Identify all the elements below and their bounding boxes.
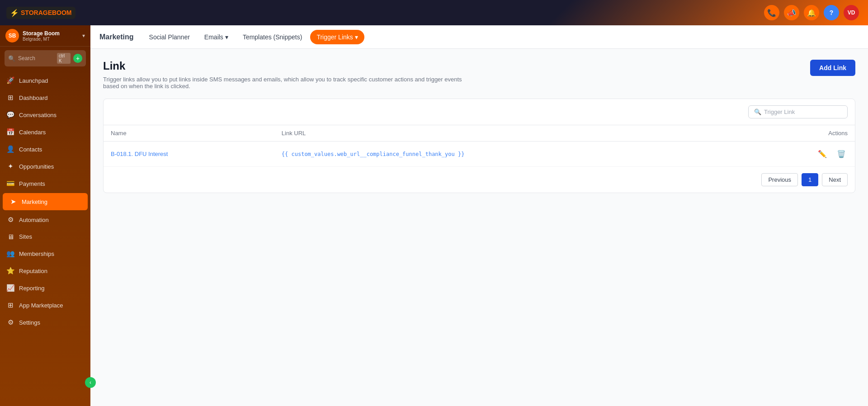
- automation-icon: ⚙: [6, 216, 14, 224]
- search-input[interactable]: [18, 55, 54, 61]
- tab-trigger-links[interactable]: Trigger Links ▾: [310, 30, 364, 44]
- sidebar-item-reporting[interactable]: 📈Reporting: [0, 279, 90, 297]
- search-icon: 🔍: [8, 55, 15, 62]
- logo: ⚡ STORAGEBOOM: [6, 7, 75, 19]
- page-content: Link Trigger links allow you to put link…: [90, 49, 868, 406]
- marketing-navbar: Marketing Social Planner Emails ▾ Templa…: [90, 25, 868, 49]
- col-actions: Actions: [745, 125, 855, 142]
- sidebar-item-label: Launchpad: [19, 77, 48, 84]
- sidebar-item-label: Dashboard: [19, 94, 48, 101]
- page-title-section: Link Trigger links allow you to put link…: [103, 60, 465, 90]
- app-marketplace-icon: ⊞: [6, 301, 14, 309]
- sidebar-item-settings[interactable]: ⚙Settings: [0, 314, 90, 331]
- settings-icon: ⚙: [6, 318, 14, 326]
- sidebar-item-reputation[interactable]: ⭐Reputation: [0, 262, 90, 279]
- links-table-card: 🔍 Name Link URL Actions B-018.1. DFU Int…: [103, 99, 855, 193]
- links-table: Name Link URL Actions B-018.1. DFU Inter…: [104, 125, 855, 167]
- user-avatar[interactable]: VD: [844, 5, 859, 20]
- sidebar-item-label: App Marketplace: [19, 302, 63, 309]
- launchpad-icon: 🚀: [6, 76, 14, 85]
- chevron-down-icon: ▾: [355, 33, 358, 41]
- table-search-row: 🔍: [104, 99, 855, 125]
- sidebar-item-label: Reporting: [19, 285, 44, 292]
- actions-cell: ✏️ 🗑️: [752, 148, 848, 160]
- sidebar-item-conversations[interactable]: 💬Conversations: [0, 106, 90, 123]
- sidebar-item-opportunities[interactable]: ✦Opportunities: [0, 158, 90, 175]
- account-name: Storage Boom: [23, 30, 79, 37]
- sidebar-item-label: Marketing: [22, 198, 47, 205]
- logo-text: STORAGEBOOM: [21, 9, 72, 16]
- add-link-button[interactable]: Add Link: [810, 60, 855, 76]
- sidebar-item-label: Conversations: [19, 112, 57, 118]
- sidebar-item-dashboard[interactable]: ⊞Dashboard: [0, 89, 90, 106]
- logo-area: ⚡ STORAGEBOOM: [0, 0, 90, 25]
- sidebar-item-sites[interactable]: 🖥Sites: [0, 228, 90, 245]
- account-switcher[interactable]: SB Storage Boom Belgrade, MT ▾: [0, 25, 90, 47]
- opportunities-icon: ✦: [6, 162, 14, 170]
- conversations-icon: 💬: [6, 111, 14, 119]
- sidebar-item-label: Opportunities: [19, 163, 54, 170]
- link-name[interactable]: B-018.1. DFU Interest: [111, 151, 168, 157]
- sidebar-item-label: Memberships: [19, 250, 54, 257]
- sidebar-item-launchpad[interactable]: 🚀Launchpad: [0, 72, 90, 89]
- dashboard-icon: ⊞: [6, 94, 14, 102]
- col-link-url: Link URL: [274, 125, 745, 142]
- search-bar[interactable]: 🔍 ctrl K +: [5, 50, 86, 66]
- tab-social-planner[interactable]: Social Planner: [143, 30, 196, 44]
- chevron-down-icon: ▾: [82, 33, 85, 39]
- sidebar-collapse-button[interactable]: ‹: [85, 377, 96, 388]
- sidebar-item-label: Reputation: [19, 268, 47, 274]
- sidebar-item-label: Contacts: [19, 146, 42, 153]
- reputation-icon: ⭐: [6, 267, 14, 275]
- nav-items: 🚀Launchpad⊞Dashboard💬Conversations📅Calen…: [0, 70, 90, 406]
- help-icon[interactable]: ?: [824, 5, 839, 20]
- cell-link-url: {{ custom_values.web_url__compliance_fun…: [274, 142, 745, 167]
- table-body: B-018.1. DFU Interest {{ custom_values.w…: [104, 142, 855, 167]
- sidebar-item-label: Automation: [19, 217, 49, 223]
- sidebar-item-label: Settings: [19, 319, 40, 326]
- sidebar-item-memberships[interactable]: 👥Memberships: [0, 245, 90, 262]
- tab-emails[interactable]: Emails ▾: [198, 30, 235, 44]
- col-name: Name: [104, 125, 274, 142]
- contacts-icon: 👤: [6, 145, 14, 153]
- delete-button[interactable]: 🗑️: [835, 148, 848, 160]
- pagination: Previous 1 Next: [104, 167, 855, 193]
- marketing-icon: ➤: [9, 198, 17, 206]
- notification-bell-icon[interactable]: 🔔: [804, 5, 819, 20]
- payments-icon: 💳: [6, 179, 14, 188]
- sidebar: ⚡ STORAGEBOOM SB Storage Boom Belgrade, …: [0, 0, 90, 406]
- cell-actions: ✏️ 🗑️: [745, 142, 855, 167]
- next-page-button[interactable]: Next: [822, 173, 848, 186]
- sidebar-item-marketing[interactable]: ➤Marketing: [3, 193, 88, 210]
- sidebar-item-app-marketplace[interactable]: ⊞App Marketplace: [0, 297, 90, 314]
- sidebar-item-label: Payments: [19, 180, 45, 187]
- table-row: B-018.1. DFU Interest {{ custom_values.w…: [104, 142, 855, 167]
- memberships-icon: 👥: [6, 250, 14, 258]
- page-description: Trigger links allow you to put links ins…: [103, 76, 465, 90]
- calendars-icon: 📅: [6, 128, 14, 136]
- previous-page-button[interactable]: Previous: [761, 173, 798, 186]
- sidebar-item-contacts[interactable]: 👤Contacts: [0, 141, 90, 158]
- page-header: Link Trigger links allow you to put link…: [103, 60, 855, 90]
- cell-name: B-018.1. DFU Interest: [104, 142, 274, 167]
- page-1-button[interactable]: 1: [802, 173, 818, 186]
- marketing-brand: Marketing: [99, 33, 134, 41]
- sidebar-item-calendars[interactable]: 📅Calendars: [0, 123, 90, 141]
- megaphone-icon[interactable]: 📣: [784, 5, 799, 20]
- chevron-down-icon: ▾: [225, 33, 228, 41]
- main-area: 📞 📣 🔔 ? VD Marketing Social Planner Emai…: [90, 0, 868, 406]
- logo-icon: ⚡: [10, 9, 19, 17]
- search-shortcut: ctrl K: [57, 53, 71, 64]
- reporting-icon: 📈: [6, 284, 14, 292]
- tab-templates[interactable]: Templates (Snippets): [236, 30, 309, 44]
- sidebar-item-label: Sites: [19, 233, 32, 240]
- sidebar-item-payments[interactable]: 💳Payments: [0, 175, 90, 192]
- link-url: {{ custom_values.web_url__compliance_fun…: [282, 151, 465, 157]
- edit-button[interactable]: ✏️: [816, 148, 829, 160]
- trigger-link-search-input[interactable]: [764, 109, 842, 115]
- sidebar-item-automation[interactable]: ⚙Automation: [0, 211, 90, 228]
- table-search-box[interactable]: 🔍: [748, 105, 848, 118]
- account-location: Belgrade, MT: [23, 37, 79, 42]
- phone-icon[interactable]: 📞: [764, 5, 779, 20]
- add-quick-button[interactable]: +: [73, 54, 82, 63]
